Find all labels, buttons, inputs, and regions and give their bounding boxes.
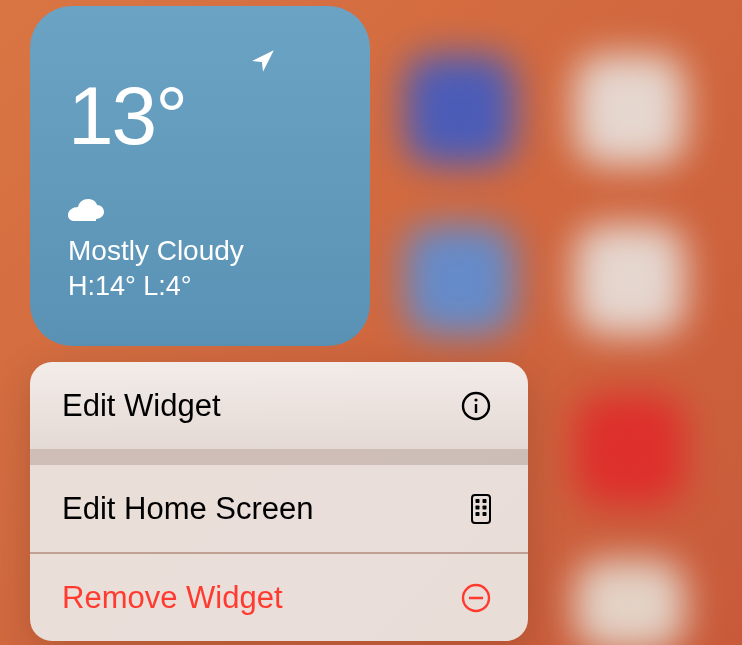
- widget-context-menu: Edit Widget Edit Home Screen Remove: [30, 362, 528, 641]
- info-circle-icon: [460, 390, 492, 422]
- menu-divider: [30, 449, 528, 465]
- bg-app-icon: [405, 55, 515, 165]
- svg-point-1: [474, 398, 477, 401]
- svg-rect-7: [483, 505, 487, 509]
- location-arrow-icon: [250, 48, 276, 78]
- bg-app-icon: [575, 395, 685, 505]
- svg-rect-3: [472, 495, 490, 523]
- edit-home-screen-item[interactable]: Edit Home Screen: [30, 465, 528, 552]
- svg-rect-5: [483, 499, 487, 503]
- weather-widget[interactable]: 13° Mostly Cloudy H:14° L:4°: [30, 6, 370, 346]
- bg-app-icon: [575, 560, 685, 645]
- bg-app-icon: [405, 225, 515, 335]
- bg-app-icon: [575, 55, 685, 165]
- svg-rect-9: [483, 512, 487, 516]
- weather-high-low: H:14° L:4°: [68, 271, 340, 302]
- weather-condition: Mostly Cloudy: [68, 235, 340, 267]
- menu-item-label: Edit Widget: [62, 388, 221, 424]
- minus-circle-icon: [460, 582, 492, 614]
- menu-item-label: Edit Home Screen: [62, 491, 314, 527]
- bg-app-icon: [575, 225, 685, 335]
- svg-rect-6: [476, 505, 480, 509]
- edit-widget-item[interactable]: Edit Widget: [30, 362, 528, 449]
- temperature-value: 13°: [68, 75, 340, 157]
- svg-rect-4: [476, 499, 480, 503]
- home-screen-icon: [470, 493, 492, 525]
- menu-item-label: Remove Widget: [62, 580, 283, 616]
- svg-rect-8: [476, 512, 480, 516]
- remove-widget-item[interactable]: Remove Widget: [30, 554, 528, 641]
- cloud-icon: [68, 199, 340, 227]
